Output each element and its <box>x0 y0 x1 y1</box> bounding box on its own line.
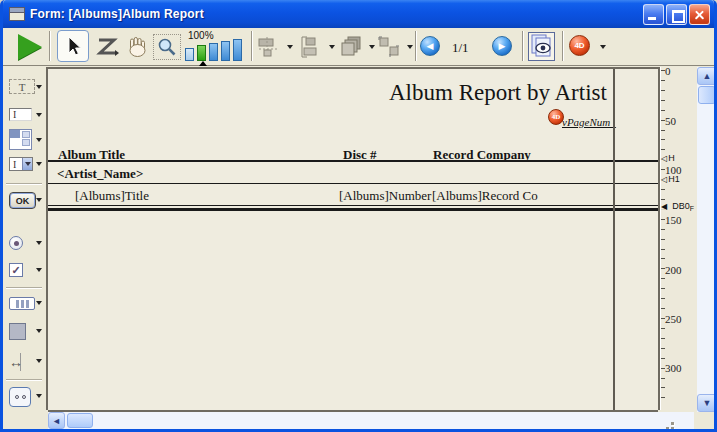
text-tool-icon: T <box>9 79 35 94</box>
distribute-icon <box>299 35 323 59</box>
scrollbar-corner <box>694 412 714 429</box>
play-icon <box>18 34 42 60</box>
vertical-ruler: 0 50 100 150 200 250 300 ◁ H ◁ H1 ◀ DB0 … <box>658 67 697 410</box>
field-albums-number[interactable]: [Albums]Number <box>339 188 431 204</box>
artist-name-break-object[interactable]: <Artist_Name> <box>57 166 143 182</box>
button-tool-dropdown-icon[interactable] <box>36 198 42 202</box>
list-box-tool-dropdown-icon[interactable] <box>36 138 42 142</box>
field-albums-record-co[interactable]: [Albums]Record Co <box>432 188 538 204</box>
cursor-arrow-icon <box>62 35 84 57</box>
form-canvas[interactable]: Album Report by Artist 4D vPageNum_ Albu… <box>48 69 658 410</box>
vruler-label: 0 <box>665 65 671 77</box>
input-field-tool[interactable]: I <box>9 108 32 121</box>
zoom-cursor-icon <box>199 61 207 66</box>
horizontal-scroll-thumb[interactable] <box>67 413 93 428</box>
distribute-tool-button[interactable] <box>297 33 325 61</box>
hand-tool-button[interactable] <box>123 34 151 60</box>
report-title-text-object[interactable]: Album Report by Artist <box>389 80 607 106</box>
editor-body: T I I OK ✓ ↔ <box>3 67 714 429</box>
palette-separator <box>6 183 42 185</box>
break-header-section-line[interactable] <box>48 183 658 184</box>
combo-box-tool[interactable]: I <box>9 157 33 171</box>
radio-button-tool-dropdown-icon[interactable] <box>36 241 42 245</box>
checkbox-tool-dropdown-icon[interactable] <box>36 268 42 272</box>
splitter-tool[interactable]: ↔ <box>9 353 33 371</box>
list-box-tool[interactable] <box>9 129 32 150</box>
resize-dropdown-icon[interactable] <box>407 45 413 49</box>
rectangle-tool-dropdown-icon[interactable] <box>36 329 42 333</box>
magnifier-icon <box>156 36 178 58</box>
page-number-variable-object[interactable]: vPageNum_ <box>562 116 616 128</box>
scroll-up-icon[interactable]: ▲ <box>697 67 717 85</box>
vertical-scroll-thumb[interactable] <box>698 86 716 104</box>
splitter-tool-dropdown-icon[interactable] <box>36 359 42 363</box>
break-header-marker[interactable]: ◁ H1 <box>661 174 680 184</box>
layer-tool-button[interactable] <box>337 33 365 61</box>
preview-button[interactable] <box>528 32 555 61</box>
scroll-down-icon[interactable]: ▼ <box>697 394 717 412</box>
close-icon[interactable] <box>689 4 710 25</box>
zoom-bar-5[interactable] <box>233 39 242 61</box>
hand-icon <box>126 36 148 58</box>
zoom-bar-3[interactable] <box>209 43 218 61</box>
input-field-tool-dropdown-icon[interactable] <box>36 113 42 117</box>
zoom-bar-2-selected[interactable] <box>197 45 206 61</box>
window-title: Form: [Albums]Album Report <box>30 7 204 21</box>
palette-separator <box>6 379 42 381</box>
rectangle-tool[interactable] <box>9 323 26 340</box>
object-tool-palette: T I I OK ✓ ↔ <box>3 67 46 429</box>
previous-page-button[interactable]: ◀ <box>420 36 440 56</box>
next-page-button[interactable]: ▶ <box>492 36 512 56</box>
database-tools-dropdown-icon[interactable] <box>600 45 606 49</box>
zoom-tool-button[interactable] <box>153 34 181 60</box>
splitter-tool-icon: ↔ <box>9 353 33 371</box>
plugin-area-tool[interactable] <box>9 387 31 407</box>
vruler-label: 200 <box>665 264 682 276</box>
button-grid-tool-dropdown-icon[interactable] <box>36 301 42 305</box>
checkbox-tool[interactable]: ✓ <box>9 263 23 277</box>
zoom-level-label: 100% <box>188 30 214 41</box>
execute-form-button[interactable] <box>15 33 45 61</box>
distribute-dropdown-icon[interactable] <box>329 45 335 49</box>
align-icon <box>257 35 281 59</box>
combo-box-tool-dropdown-icon[interactable] <box>36 162 42 166</box>
static-text-tool-dropdown-icon[interactable] <box>36 85 42 89</box>
align-dropdown-icon[interactable] <box>287 45 293 49</box>
resize-grip[interactable] <box>661 417 675 431</box>
handles-icon <box>377 35 401 59</box>
field-albums-title[interactable]: [Albums]Title <box>75 188 149 204</box>
combo-box-tool-icon: I <box>9 157 33 171</box>
titlebar[interactable]: Form: [Albums]Album Report <box>3 0 714 28</box>
header-section-line[interactable] <box>48 160 658 162</box>
button-grid-tool-icon <box>9 297 35 310</box>
header-marker[interactable]: ◁ H <box>661 153 675 163</box>
form-right-edge-line[interactable] <box>613 69 615 410</box>
database-tools-button[interactable]: 4D <box>569 35 590 56</box>
plugin-area-tool-dropdown-icon[interactable] <box>36 394 42 398</box>
detail-break-footer-marker[interactable]: ◀ DB0 F <box>661 200 694 212</box>
button-grid-tool[interactable] <box>9 297 35 310</box>
maximize-icon[interactable] <box>666 4 687 25</box>
zoom-bar-4[interactable] <box>221 41 230 61</box>
vertical-scrollbar[interactable]: ▲ ▼ <box>697 67 717 412</box>
detail-section-line[interactable] <box>48 205 658 206</box>
marker-triangle-icon: ◀ <box>661 202 667 211</box>
radio-tool-icon <box>9 236 23 250</box>
page-indicator: 1/1 <box>452 40 469 56</box>
horizontal-scrollbar[interactable]: ◄ ► <box>48 412 715 429</box>
form-editor-window: Form: [Albums]Album Report <box>0 0 717 432</box>
select-tool-button[interactable] <box>57 30 89 62</box>
entry-order-tool-button[interactable] <box>93 34 121 60</box>
zoom-bar-1[interactable] <box>185 48 194 61</box>
scroll-left-icon[interactable]: ◄ <box>48 412 65 429</box>
entry-order-icon <box>95 36 119 58</box>
button-tool[interactable]: OK <box>9 192 36 209</box>
static-text-tool[interactable]: T <box>9 79 35 94</box>
detail-section-line-thick[interactable] <box>48 208 658 211</box>
radio-button-tool[interactable] <box>9 236 23 250</box>
align-tool-button[interactable] <box>255 33 283 61</box>
resize-tool-button[interactable] <box>375 33 403 61</box>
minimize-icon[interactable] <box>643 4 664 25</box>
preview-eye-icon <box>530 34 553 59</box>
toolbar: 100% <box>3 28 714 66</box>
